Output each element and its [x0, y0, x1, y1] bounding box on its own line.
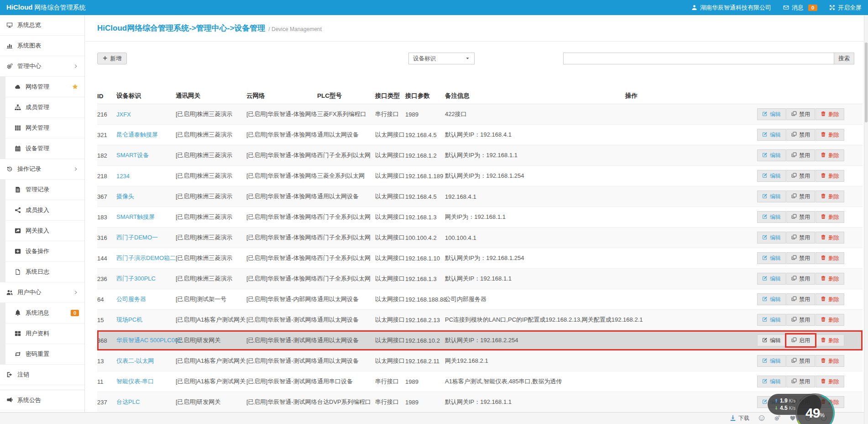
delete-button[interactable]: 删除	[816, 334, 844, 346]
edit-button[interactable]: 编辑	[757, 149, 786, 161]
filter-field-select[interactable]: 设备标识	[408, 53, 475, 64]
device-name-link[interactable]: SMART设备	[116, 152, 149, 159]
device-interface-param: 1989	[405, 378, 445, 385]
sidebar-item[interactable]: 网关接入	[0, 221, 84, 241]
edit-button[interactable]: 编辑	[757, 376, 786, 387]
toggle-enable-button[interactable]: 禁用	[786, 293, 815, 305]
browser-toolbar-item[interactable]: 下载	[730, 414, 749, 422]
toggle-enable-button[interactable]: 禁用	[786, 170, 815, 182]
device-name-link[interactable]: 公司服务器	[116, 296, 146, 302]
edit-button[interactable]: 编辑	[757, 170, 786, 182]
delete-button[interactable]: 删除	[816, 314, 844, 326]
device-name-link[interactable]: 现场PC机	[116, 316, 142, 323]
row-actions: 编辑 禁用 删除	[625, 314, 863, 326]
clone-icon	[791, 173, 797, 179]
sidebar-item[interactable]: 管理记录	[0, 180, 84, 200]
toggle-enable-button[interactable]: 禁用	[786, 314, 815, 326]
sidebar-item[interactable]: 设备管理	[0, 138, 84, 159]
sidebar-item[interactable]: 注销	[0, 365, 84, 385]
sidebar-item[interactable]: 用户中心	[0, 282, 84, 303]
device-name-link[interactable]: 昆仑通泰触摸屏	[116, 131, 158, 138]
edit-button[interactable]: 编辑	[757, 273, 786, 285]
sidebar-item[interactable]: 系统总览	[0, 15, 84, 36]
vertical-scrollbar[interactable]	[864, 15, 868, 424]
app-logo[interactable]: HiCloud网络综合管理系统	[6, 3, 86, 12]
edit-button[interactable]: 编辑	[757, 232, 786, 244]
toggle-enable-button[interactable]: 禁用	[786, 149, 815, 161]
delete-button[interactable]: 删除	[816, 129, 844, 141]
delete-button[interactable]: 删除	[816, 211, 844, 223]
delete-button[interactable]: 删除	[816, 273, 844, 285]
search-input[interactable]	[563, 53, 834, 64]
device-name-link[interactable]: 西门子演示DEMO箱二	[116, 254, 176, 261]
sidebar-item-label: 系统总览	[17, 21, 41, 29]
clone-icon	[791, 378, 797, 385]
sidebar-item[interactable]: 成员管理	[0, 97, 84, 118]
messages-menu[interactable]: 消息 0	[783, 4, 817, 12]
scrollbar-thumb[interactable]	[865, 42, 868, 122]
sidebar-item[interactable]: 系统公告	[0, 390, 84, 410]
sidebar-item[interactable]: 管理中心	[0, 56, 84, 77]
device-plc-model: 西门子全系列以太网	[317, 254, 375, 262]
delete-button[interactable]: 删除	[816, 355, 844, 367]
device-interface-param: 192.168.1.3	[405, 276, 445, 282]
toggle-enable-button[interactable]: 禁用	[786, 273, 815, 285]
sidebar-item[interactable]: 网络管理	[0, 77, 84, 97]
edit-button[interactable]: 编辑	[757, 355, 786, 367]
delete-button[interactable]: 删除	[816, 108, 844, 120]
company-menu[interactable]: 湖南华辰智通科技有限公司	[691, 4, 771, 12]
edit-button[interactable]: 编辑	[757, 314, 786, 326]
sidebar-item[interactable]: 系统图表	[0, 36, 84, 56]
device-name-link[interactable]: SMART触摸屏	[116, 213, 155, 220]
toggle-enable-button[interactable]: 禁用	[786, 355, 815, 367]
delete-button[interactable]: 删除	[816, 170, 844, 182]
edit-button[interactable]: 编辑	[757, 293, 786, 305]
edit-button[interactable]: 编辑	[757, 252, 786, 264]
sidebar-item[interactable]: 系统消息 0	[0, 303, 84, 323]
toggle-enable-button[interactable]: 启用	[786, 334, 815, 346]
sidebar-item[interactable]: 密码重置	[0, 344, 84, 365]
add-device-button[interactable]: 新增	[97, 53, 127, 64]
delete-button[interactable]: 删除	[816, 252, 844, 264]
sidebar-item[interactable]: 系统日志	[0, 262, 84, 282]
device-cloud-network: [已启用]华辰智通-体验网络	[246, 233, 317, 242]
device-name-link[interactable]: 台达PLC	[116, 398, 140, 405]
device-name-link[interactable]: 1234	[116, 173, 130, 180]
sidebar-item[interactable]: 设备操作	[0, 241, 84, 262]
edit-button[interactable]: 编辑	[757, 108, 786, 120]
device-interface-type: 串行接口	[375, 398, 405, 406]
edit-button[interactable]: 编辑	[757, 129, 786, 141]
search-button[interactable]: 搜索	[834, 53, 854, 64]
delete-button[interactable]: 删除	[816, 149, 844, 161]
trash-icon	[821, 255, 826, 261]
device-name-link[interactable]: 西门子300PLC	[116, 275, 156, 282]
edit-button[interactable]: 编辑	[757, 191, 786, 202]
toggle-enable-button[interactable]: 禁用	[786, 232, 815, 244]
delete-button[interactable]: 删除	[816, 232, 844, 244]
delete-button[interactable]: 删除	[816, 293, 844, 305]
sidebar-item[interactable]: 网关管理	[0, 118, 84, 138]
device-name-link[interactable]: 智能仪表-串口	[116, 378, 154, 385]
browser-toolbar-item[interactable]	[774, 415, 780, 422]
device-name-link[interactable]: 仪表二-以太网	[116, 357, 154, 364]
edit-button[interactable]: 编辑	[757, 211, 786, 223]
device-name-link[interactable]: 摄像头	[116, 193, 134, 200]
toggle-enable-button[interactable]: 禁用	[786, 252, 815, 264]
delete-button[interactable]: 删除	[816, 191, 844, 202]
fullscreen-button[interactable]: 开启全屏	[829, 4, 862, 12]
device-name-link[interactable]: 西门子DEMO一	[116, 234, 158, 241]
toggle-enable-button[interactable]: 禁用	[786, 376, 815, 387]
browser-toolbar-item[interactable]	[758, 415, 765, 422]
toggle-enable-button[interactable]: 禁用	[786, 211, 815, 223]
device-name-link[interactable]: 华辰智通AC 500PLC001	[116, 337, 181, 344]
sidebar-item[interactable]: 用户资料	[0, 323, 84, 344]
sidebar-item[interactable]: 成员接入	[0, 200, 84, 221]
progress-circle-widget[interactable]: 49 %	[794, 392, 836, 424]
edit-button[interactable]: 编辑	[757, 334, 786, 346]
toggle-enable-button[interactable]: 禁用	[786, 129, 815, 141]
delete-button[interactable]: 删除	[816, 376, 844, 387]
toggle-enable-button[interactable]: 禁用	[786, 191, 815, 202]
toggle-enable-button[interactable]: 禁用	[786, 108, 815, 120]
sidebar-item[interactable]: 操作记录	[0, 159, 84, 180]
device-name-link[interactable]: JXFX	[116, 111, 131, 118]
